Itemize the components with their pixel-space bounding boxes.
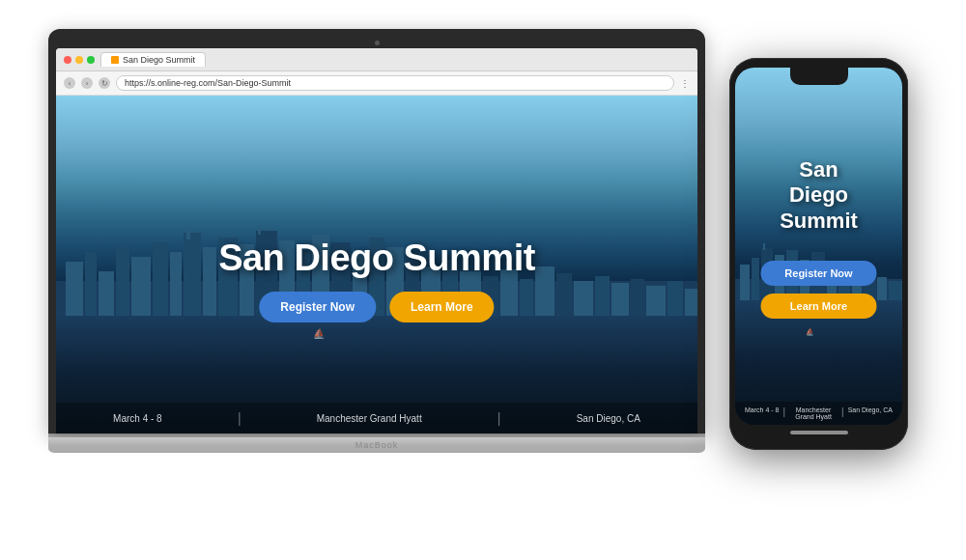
- event-info-bar: March 4 - 8 | Manchester Grand Hyatt | S…: [56, 403, 697, 434]
- address-bar[interactable]: https://s.online-reg.com/San-Diego-Summi…: [116, 75, 674, 91]
- window-controls: [64, 56, 95, 64]
- phone-event-location: San Diego, CA: [848, 406, 893, 413]
- event-location: San Diego, CA: [577, 413, 640, 424]
- phone-learn-more-button[interactable]: Learn More: [761, 294, 877, 319]
- svg-rect-7: [170, 252, 182, 320]
- maximize-window-dot[interactable]: [87, 56, 95, 64]
- refresh-icon: ↻: [101, 79, 108, 88]
- menu-dots-icon: ⋮: [680, 78, 690, 89]
- laptop-base: MacBook: [48, 437, 705, 451]
- forward-icon: ›: [86, 79, 89, 88]
- svg-rect-28: [520, 279, 533, 320]
- laptop-bottom: MacBook: [48, 437, 705, 453]
- browser-tab[interactable]: San Diego Summit: [100, 52, 206, 67]
- url-text: https://s.online-reg.com/San-Diego-Summi…: [125, 78, 291, 88]
- svg-rect-9: [186, 228, 190, 239]
- phone-home-indicator[interactable]: [790, 431, 848, 434]
- tab-title: San Diego Summit: [123, 55, 195, 65]
- info-divider-2: |: [497, 410, 501, 426]
- browser-content: San Diego Summit ⛵ Register Now Learn Mo…: [56, 96, 697, 434]
- browser-menu-icon[interactable]: ⋮: [680, 78, 690, 89]
- svg-rect-2: [85, 252, 97, 320]
- svg-rect-10: [203, 247, 216, 320]
- svg-rect-4: [116, 247, 129, 320]
- close-window-dot[interactable]: [64, 56, 71, 64]
- phone-register-now-button[interactable]: Register Now: [761, 261, 877, 286]
- svg-rect-32: [595, 276, 610, 320]
- svg-rect-14: [258, 225, 261, 235]
- back-button[interactable]: ‹: [64, 77, 75, 89]
- phone-event-venue: Manchester Grand Hyatt: [789, 406, 838, 420]
- svg-rect-8: [184, 233, 201, 320]
- phone-device: San Diego Summit ⛵ Register Now Learn Mo…: [729, 58, 908, 450]
- phone-event-date: March 4 - 8: [745, 406, 779, 413]
- phone-screen: San Diego Summit ⛵ Register Now Learn Mo…: [735, 68, 902, 425]
- event-date: March 4 - 8: [113, 413, 162, 424]
- register-now-button[interactable]: Register Now: [259, 292, 376, 322]
- event-venue: Manchester Grand Hyatt: [317, 413, 422, 424]
- tab-favicon-icon: [111, 56, 119, 64]
- svg-rect-36: [668, 281, 683, 320]
- back-icon: ‹: [69, 79, 71, 88]
- svg-rect-34: [631, 279, 644, 320]
- browser-titlebar: San Diego Summit: [56, 48, 697, 71]
- svg-rect-5: [131, 257, 151, 320]
- phone-event-title: San Diego Summit: [777, 157, 861, 234]
- phone-event-info-bar: March 4 - 8 | Manchester Grand Hyatt | S…: [735, 402, 902, 425]
- phone-cta-buttons-group: Register Now Learn More: [735, 261, 902, 319]
- browser-controls: ‹ › ↻ https://s.online-reg.com/San-Diego…: [56, 71, 697, 96]
- refresh-button[interactable]: ↻: [99, 77, 110, 89]
- svg-rect-33: [611, 283, 629, 320]
- forward-button[interactable]: ›: [81, 77, 93, 89]
- cta-buttons-group: Register Now Learn More: [259, 292, 494, 322]
- phone-info-divider-2: |: [841, 406, 844, 417]
- event-title: San Diego Summit: [218, 238, 535, 279]
- phone-notch: [790, 68, 848, 85]
- svg-rect-6: [153, 242, 168, 320]
- svg-rect-30: [556, 273, 572, 320]
- svg-rect-1: [66, 262, 83, 320]
- phone-info-divider-1: |: [782, 406, 785, 417]
- svg-rect-29: [535, 266, 554, 320]
- sailboat-icon: ⛵: [313, 328, 325, 339]
- info-divider-1: |: [238, 410, 242, 426]
- laptop-device: San Diego Summit ‹ › ↻ https://s.onli: [48, 29, 705, 451]
- svg-rect-42: [763, 243, 765, 250]
- phone-bottom-bar: [735, 425, 902, 440]
- scene: San Diego Summit ‹ › ↻ https://s.onli: [0, 0, 966, 560]
- minimize-window-dot[interactable]: [75, 56, 83, 64]
- phone-sailboat-icon: ⛵: [806, 328, 814, 336]
- macbook-label: MacBook: [355, 440, 399, 450]
- browser-window: San Diego Summit ‹ › ↻ https://s.onli: [56, 48, 697, 434]
- learn-more-button[interactable]: Learn More: [389, 292, 495, 322]
- svg-rect-31: [574, 281, 593, 320]
- laptop-camera: [375, 41, 380, 45]
